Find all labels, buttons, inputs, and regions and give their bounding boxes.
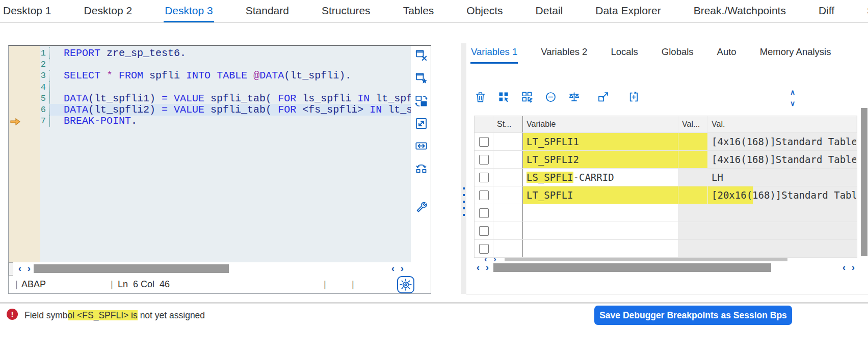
panel-splitter[interactable] xyxy=(461,43,466,294)
replace-tool-icon[interactable] xyxy=(414,161,428,175)
code-line-3[interactable]: 3SELECT * FROM spfli INTO TABLE @DATA(lt… xyxy=(9,70,411,81)
variable-cell[interactable]: LS_SPFLI-CARRID xyxy=(522,169,678,186)
row-checkbox[interactable] xyxy=(479,244,489,254)
table-row[interactable]: LS_SPFLI-CARRIDLH xyxy=(475,169,857,186)
tab-desktop-3[interactable]: Desktop 3 xyxy=(164,0,214,22)
tab-break-watchpoints[interactable]: Break./Watchpoints xyxy=(693,0,787,22)
column-header-val[interactable]: Val... xyxy=(678,116,708,132)
code-line-5[interactable]: 5DATA(lt_spfli1) = VALUE spfli_tab( FOR … xyxy=(9,93,411,104)
resize-window-icon[interactable] xyxy=(414,139,428,153)
row-checkbox[interactable] xyxy=(479,155,489,165)
scroll-left-icon[interactable] xyxy=(16,263,24,274)
panel-scroll-left-icon[interactable] xyxy=(840,262,848,273)
value-cell[interactable] xyxy=(708,222,857,239)
table-row[interactable] xyxy=(475,222,857,240)
tab-objects[interactable]: Objects xyxy=(465,0,504,22)
tab-structures[interactable]: Structures xyxy=(321,0,372,22)
tab-sc[interactable]: Sc xyxy=(866,0,868,22)
tab-diff[interactable]: Diff xyxy=(818,0,835,22)
code-editor[interactable]: 1REPORT zre_sp_test6.23SELECT * FROM spf… xyxy=(9,46,411,262)
variable-cell[interactable]: LT_SPFLI2 xyxy=(522,151,678,168)
deselect-all-icon[interactable] xyxy=(521,91,534,103)
panel-scroll-right-icon[interactable] xyxy=(849,262,857,273)
scroll-right-icon[interactable] xyxy=(25,263,33,274)
add-favorite-window-icon[interactable] xyxy=(414,71,428,85)
value-cell[interactable] xyxy=(708,204,857,222)
enlarge-icon[interactable] xyxy=(597,91,610,103)
compare-variables-icon[interactable] xyxy=(568,91,581,103)
delete-icon[interactable] xyxy=(474,91,487,103)
value-cell[interactable]: LH xyxy=(708,169,857,186)
tab-tables[interactable]: Tables xyxy=(402,0,435,22)
column-header-val[interactable]: Val. xyxy=(708,116,857,132)
tab-globals[interactable]: Globals xyxy=(661,43,694,64)
code-line-2[interactable]: 2 xyxy=(9,59,411,70)
row-checkbox[interactable] xyxy=(479,208,489,218)
tab-memory-analysis[interactable]: Memory Analysis xyxy=(759,43,832,64)
table-row[interactable]: LT_SPFLI1[4x16(168)]Standard Table xyxy=(475,133,857,151)
tab-desktop-1[interactable]: Desktop 1 xyxy=(2,0,52,22)
swap-window-icon[interactable] xyxy=(414,94,428,108)
column-header-checkbox[interactable] xyxy=(475,116,493,132)
table-row[interactable]: LT_SPFLI[20x16(168)]Standard Table xyxy=(475,186,857,204)
editor-settings-button[interactable] xyxy=(397,276,414,293)
scroll-left-icon[interactable] xyxy=(389,263,397,274)
table-hscroll-thumb[interactable] xyxy=(505,258,787,261)
variable-cell[interactable] xyxy=(522,240,678,257)
code-line-7[interactable]: 7BREAK-POINT. xyxy=(9,116,411,127)
save-breakpoints-button[interactable]: Save Debugger Breakpoints as Session Bps xyxy=(594,306,792,325)
code-line-4[interactable]: 4 xyxy=(9,81,411,93)
row-checkbox[interactable] xyxy=(479,190,489,200)
value-cell[interactable]: [4x16(168)]Standard Table xyxy=(708,133,857,150)
scroll-right-icon[interactable] xyxy=(398,263,406,274)
table-row[interactable]: LT_SPFLI2[4x16(168)]Standard Table xyxy=(475,151,857,169)
variable-cell[interactable] xyxy=(522,204,678,222)
variable-cell[interactable] xyxy=(522,222,678,239)
column-header-variable[interactable]: Variable xyxy=(522,116,678,132)
scroll-up-icon[interactable] xyxy=(788,89,797,96)
cursor-position-label: Ln 6 Col 46 xyxy=(118,279,170,290)
statusbar-separator: | xyxy=(111,279,113,290)
variable-cell[interactable]: LT_SPFLI1 xyxy=(522,133,678,150)
tab-locals[interactable]: Locals xyxy=(610,43,638,64)
tab-standard[interactable]: Standard xyxy=(245,0,290,22)
editor-hscroll-thumb[interactable] xyxy=(34,264,229,273)
panel-scroll-left-icon[interactable] xyxy=(474,262,482,273)
insert-variable-icon[interactable] xyxy=(627,91,640,103)
row-checkbox[interactable] xyxy=(479,226,489,236)
value-cell[interactable] xyxy=(708,240,857,257)
value-cell[interactable]: [4x16(168)]Standard Table xyxy=(708,151,857,168)
table-header-row: St...VariableVal...Val. xyxy=(475,116,857,133)
close-window-icon[interactable] xyxy=(414,48,428,62)
column-header-st[interactable]: St... xyxy=(493,116,522,132)
panel-vscroll-thumb[interactable] xyxy=(861,108,867,256)
tab-desktop-2[interactable]: Desktop 2 xyxy=(83,0,134,22)
scroll-down-icon[interactable] xyxy=(788,100,797,107)
row-checkbox[interactable] xyxy=(479,137,489,147)
row-checkbox[interactable] xyxy=(479,173,489,182)
tab-variables-2[interactable]: Variables 2 xyxy=(540,43,588,64)
services-icon[interactable] xyxy=(414,200,428,214)
current-statement-arrow-icon xyxy=(10,117,20,125)
tab-data-explorer[interactable]: Data Explorer xyxy=(594,0,662,22)
editor-vertical-scrollbar[interactable] xyxy=(9,262,13,276)
table-scroll-right-icon[interactable] xyxy=(491,255,499,264)
variable-cell[interactable]: LT_SPFLI xyxy=(522,186,678,204)
remove-variable-icon[interactable] xyxy=(544,91,557,103)
valdots-cell xyxy=(678,186,708,204)
valdots-cell xyxy=(678,222,708,239)
panel-scroll-right-icon[interactable] xyxy=(483,262,491,273)
editor-horizontal-scrollbar[interactable] xyxy=(9,262,431,276)
tab-auto[interactable]: Auto xyxy=(717,43,737,64)
code-line-1[interactable]: 1REPORT zre_sp_test6. xyxy=(9,47,411,59)
tab-variables-1[interactable]: Variables 1 xyxy=(470,43,518,64)
maximize-window-icon[interactable] xyxy=(414,117,428,130)
table-row[interactable] xyxy=(475,240,857,258)
code-line-6[interactable]: 6DATA(lt_spfli2) = VALUE spfli_tab( FOR … xyxy=(9,104,411,115)
line-number: 6 xyxy=(9,105,49,115)
panel-hscroll-thumb[interactable] xyxy=(493,263,771,272)
tab-detail[interactable]: Detail xyxy=(535,0,564,22)
select-all-icon[interactable] xyxy=(497,91,510,103)
value-cell[interactable]: [20x16(168)]Standard Table xyxy=(708,186,857,204)
table-row[interactable] xyxy=(475,204,857,222)
